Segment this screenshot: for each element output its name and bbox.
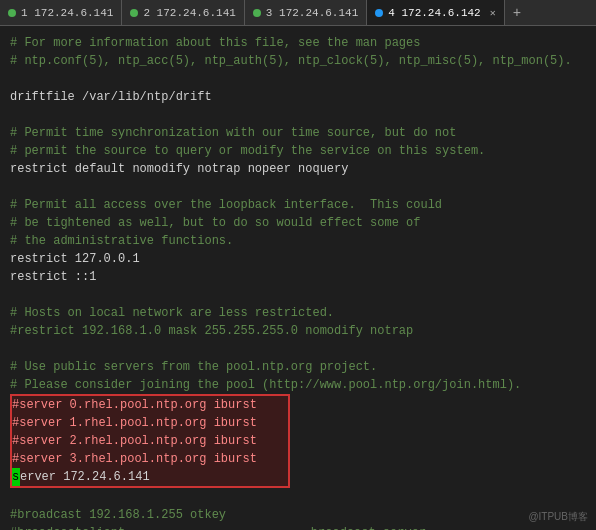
server-highlight-box: #server 0.rhel.pool.ntp.org iburst #serv… (10, 394, 290, 488)
bottom-left-col: #broadcast 192.168.1.255 otkey #broadcas… (10, 506, 291, 530)
server-line-0: #server 0.rhel.pool.ntp.org iburst (12, 396, 288, 414)
bottom-section: #broadcast 192.168.1.255 otkey #broadcas… (10, 506, 586, 530)
hosts-comment: # Hosts on local network are less restri… (10, 304, 586, 322)
bottom-right-0: broadcast server (311, 524, 426, 530)
terminal-content: # For more information about this file, … (0, 26, 596, 530)
tab-1-dot (8, 9, 16, 17)
permit-comment-2: # permit the source to query or modify t… (10, 142, 586, 160)
use-public-comment-1: # Use public servers from the pool.ntp.o… (10, 358, 586, 376)
use-public-comment-2: # Please consider joining the pool (http… (10, 376, 586, 394)
cursor: s (12, 468, 20, 486)
add-tab-button[interactable]: + (505, 0, 529, 25)
loopback-comment-1: # Permit all access over the loopback in… (10, 196, 586, 214)
restrict-192: #restrict 192.168.1.0 mask 255.255.255.0… (10, 322, 586, 340)
comment-line-1: # For more information about this file, … (10, 34, 586, 52)
tab-1-label: 1 172.24.6.141 (21, 7, 113, 19)
loopback-comment-2: # be tightened as well, but to do so wou… (10, 214, 586, 232)
bottom-right-col: broadcast server broadcast client multic… (311, 506, 426, 530)
server-local-line: server 172.24.6.141 (12, 468, 288, 486)
tab-2-label: 2 172.24.6.141 (143, 7, 235, 19)
tab-2-dot (130, 9, 138, 17)
tab-3[interactable]: 3 172.24.6.141 (245, 0, 367, 25)
tab-2[interactable]: 2 172.24.6.141 (122, 0, 244, 25)
loopback-comment-3: # the administrative functions. (10, 232, 586, 250)
tab-4-close[interactable]: ✕ (490, 7, 496, 19)
watermark: @ITPUB博客 (528, 510, 588, 524)
permit-comment-1: # Permit time synchronization with our t… (10, 124, 586, 142)
server-line-1: #server 1.rhel.pool.ntp.org iburst (12, 414, 288, 432)
server-line-3: #server 3.rhel.pool.ntp.org iburst (12, 450, 288, 468)
tab-4-dot (375, 9, 383, 17)
driftfile-line: driftfile /var/lib/ntp/drift (10, 88, 586, 106)
tab-1[interactable]: 1 172.24.6.141 (0, 0, 122, 25)
tab-3-label: 3 172.24.6.141 (266, 7, 358, 19)
broadcast-line: #broadcast 192.168.1.255 otkey (10, 506, 291, 524)
server-line-2: #server 2.rhel.pool.ntp.org iburst (12, 432, 288, 450)
bottom-left-0: #broadcastclient (10, 524, 291, 530)
restrict-default: restrict default nomodify notrap nopeer … (10, 160, 586, 178)
restrict-127: restrict 127.0.0.1 (10, 250, 586, 268)
comment-line-2: # ntp.conf(5), ntp_acc(5), ntp_auth(5), … (10, 52, 586, 70)
tab-3-dot (253, 9, 261, 17)
tab-4[interactable]: 4 172.24.6.142 ✕ (367, 0, 504, 25)
restrict-ipv6: restrict ::1 (10, 268, 586, 286)
tab-bar: 1 172.24.6.141 2 172.24.6.141 3 172.24.6… (0, 0, 596, 26)
tab-4-label: 4 172.24.6.142 (388, 7, 480, 19)
